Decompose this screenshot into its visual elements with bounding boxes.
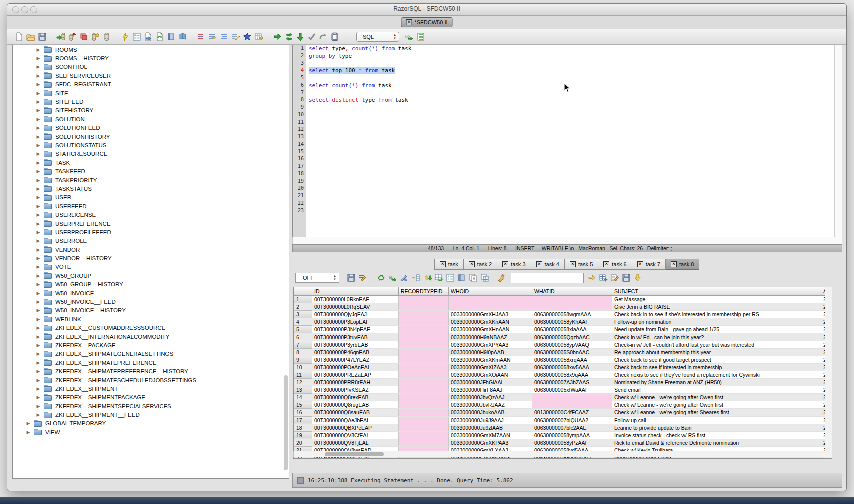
code-line-18[interactable] — [306, 171, 835, 178]
cell-rownum[interactable]: 15 — [294, 402, 312, 409]
cell-whatid[interactable] — [532, 296, 612, 304]
cell-id[interactable]: 00T3000000PfvKSEAZ — [312, 386, 399, 394]
disclosure-triangle-icon[interactable]: ▶ — [36, 74, 41, 78]
sidebar-item-userfeed[interactable]: ▶ USERFEED — [13, 202, 289, 210]
cell-whatid[interactable]: 0013000000C4fFCAAZ — [532, 409, 612, 416]
sidebar-item-sitefeed[interactable]: ▶ SITEFEED — [13, 98, 289, 106]
updown-arrows-icon[interactable] — [422, 273, 432, 283]
sidebar-item-task[interactable]: ▶ TASK — [13, 158, 289, 167]
code-line-14[interactable] — [306, 142, 835, 149]
cell-recordtypeid[interactable] — [399, 409, 449, 416]
result-tab-task-2[interactable]: × task 2 — [464, 259, 498, 270]
sidebar-item-site[interactable]: ▶ SITE — [13, 89, 289, 98]
execute-arrow-icon[interactable] — [272, 32, 282, 42]
column-header-whoid[interactable]: WHOID — [449, 288, 532, 296]
table-row-1[interactable]: 100T3000000L0RknEAFGet Massage200 — [294, 296, 833, 304]
table-row-19[interactable]: 1900T3000000QV8CfEAL0033000000GmXM7AAN00… — [294, 432, 833, 439]
disclosure-triangle-icon[interactable]: ▶ — [36, 238, 41, 244]
cell-rownum[interactable]: 9 — [294, 356, 312, 364]
cell-id[interactable]: 00T3000000QBXPeEAP — [312, 424, 399, 432]
disconnect-db-icon[interactable] — [68, 32, 78, 42]
cell-rownum[interactable]: 17 — [294, 416, 312, 424]
disclosure-triangle-icon[interactable]: ▶ — [36, 48, 41, 52]
code-line-15[interactable] — [306, 149, 835, 156]
sidebar-item-userrole[interactable]: ▶ USERROLE — [13, 237, 289, 246]
disclosure-triangle-icon[interactable]: ▶ — [36, 386, 41, 392]
cell-id[interactable]: 00T3000000QV8CfEAL — [312, 432, 399, 439]
grid-horizontal-scrollbar[interactable] — [294, 451, 832, 458]
sidebar-item-zkfedex-shipmentpackage[interactable]: ▶ ZKFEDEX__SHIPMENTPACKAGE — [13, 394, 289, 402]
cell-recordtypeid[interactable] — [399, 394, 449, 402]
cell-rownum[interactable]: 19 — [294, 432, 312, 439]
cell-subject[interactable]: Check back to see if good target prospec… — [612, 356, 822, 364]
code-line-4[interactable]: select top 100 * from task — [306, 68, 835, 75]
cell-rownum[interactable]: 10 — [294, 364, 312, 371]
sidebar-item-solutionstatus[interactable]: ▶ SOLUTIONSTATUS — [13, 141, 289, 150]
go-right-yellow-icon[interactable] — [587, 273, 597, 283]
cell-recordtypeid[interactable] — [399, 432, 449, 439]
validate-check-icon[interactable] — [307, 32, 317, 42]
disclosure-triangle-icon[interactable]: ▶ — [36, 256, 41, 261]
close-tab-icon[interactable]: × — [536, 262, 542, 268]
sidebar-item-zkfedex-shipmentspecialservices[interactable]: ▶ ZKFEDEX__SHIPMENTSPECIALSERVICES — [13, 402, 289, 410]
disclosure-triangle-icon[interactable]: ▶ — [36, 300, 41, 304]
new-connection-icon[interactable] — [90, 32, 100, 42]
sidebar-item-w50-group-history[interactable]: ▶ W50_GROUP__HISTORY — [13, 280, 289, 289]
sidebar-item-solution[interactable]: ▶ SOLUTION — [13, 115, 289, 124]
close-tab-icon[interactable]: × — [638, 262, 644, 268]
insert-row-icon[interactable] — [411, 273, 421, 283]
sql-doc-icon[interactable] — [457, 273, 467, 283]
cell-recordtypeid[interactable] — [399, 364, 449, 371]
cell-whatid[interactable]: 006300000058ympAAA — [532, 432, 612, 439]
edit-entry-icon[interactable] — [610, 273, 620, 283]
cell-rownum[interactable]: 2 — [294, 304, 312, 311]
cell-recordtypeid[interactable] — [399, 371, 449, 378]
compare-list-icon[interactable] — [196, 32, 206, 42]
sidebar-item-staticresource[interactable]: ▶ STATICRESOURCE — [13, 150, 289, 158]
result-tab-task[interactable]: × task — [434, 259, 464, 270]
cell-rownum[interactable]: 1 — [294, 296, 312, 304]
database-icon[interactable] — [102, 32, 112, 42]
disclosure-triangle-icon[interactable]: ▶ — [36, 108, 41, 113]
disclosure-triangle-icon[interactable]: ▶ — [36, 134, 41, 140]
cell-recordtypeid[interactable] — [399, 439, 449, 446]
stepper-icon[interactable]: ▲▼ — [394, 34, 396, 40]
grid-hscroll-thumb[interactable] — [325, 452, 384, 456]
disclosure-triangle-icon[interactable]: ▶ — [36, 326, 41, 330]
sidebar-item-taskpriority[interactable]: ▶ TASKPRIORITY — [13, 176, 289, 184]
cell-whoid[interactable]: 0033000000GmXIZAA3 — [449, 364, 532, 371]
result-tab-task-4[interactable]: × task 4 — [532, 259, 565, 270]
grid-vertical-scrollbar[interactable] — [825, 288, 832, 458]
result-tab-task-3[interactable]: × task 3 — [498, 259, 531, 270]
cell-whatid[interactable] — [532, 402, 612, 409]
cell-whoid[interactable] — [449, 304, 532, 311]
code-line-20[interactable] — [306, 186, 835, 193]
close-tab-icon[interactable]: × — [604, 262, 610, 268]
cell-id[interactable]: 00T3000000PRR8rEAH — [312, 379, 399, 386]
cell-whatid[interactable]: 006300000058xlaAAA — [532, 326, 612, 334]
cell-rownum[interactable]: 8 — [294, 348, 312, 356]
code-line-12[interactable] — [306, 126, 835, 134]
cell-id[interactable]: 00T3000000P3LopEAF — [312, 318, 399, 326]
cell-whoid[interactable]: 0033000000GmXHnAAN — [449, 326, 532, 334]
sidebar-item-rooms[interactable]: ▶ ROOMS — [13, 46, 289, 54]
disclosure-triangle-icon[interactable]: ▶ — [36, 212, 41, 218]
code-line-23[interactable] — [306, 208, 835, 216]
cell-id[interactable]: 00T3000000P46qnEAB — [312, 348, 399, 356]
cell-whoid[interactable]: 0033000000Ju9zlAAB — [449, 424, 532, 432]
cell-subject[interactable]: Leanne to provide update to Bain — [612, 424, 822, 432]
disclosure-triangle-icon[interactable]: ▶ — [36, 291, 41, 296]
cell-subject[interactable]: Check w/ Leanne - we're going after Owen… — [612, 402, 822, 409]
cell-whoid[interactable]: 0033000000HirF8AAJ — [449, 386, 532, 394]
disclosure-triangle-icon[interactable]: ▶ — [36, 169, 41, 174]
cell-whatid[interactable]: 00630000007blQUAA2 — [532, 416, 612, 424]
format-sql-icon[interactable] — [208, 32, 218, 42]
cell-whoid[interactable]: 0033000000GmXM7AAN — [449, 432, 532, 439]
cell-whatid[interactable]: 00630000007A3bZAAS — [532, 379, 612, 386]
cell-rownum[interactable]: 14 — [294, 394, 312, 402]
clipboard-icon[interactable] — [330, 32, 340, 42]
open-file-icon[interactable] — [26, 32, 36, 42]
sql-code-area[interactable]: select type, count(*) from taskgroup by … — [306, 46, 835, 237]
sidebar-item-zkfedex-internationalcommodity[interactable]: ▶ ZKFEDEX__INTERNATIONALCOMMODITY — [13, 332, 289, 341]
table-row-2[interactable]: 200T3000000L0RqSEAVGive Jenn a BIG RAISE… — [294, 304, 833, 311]
